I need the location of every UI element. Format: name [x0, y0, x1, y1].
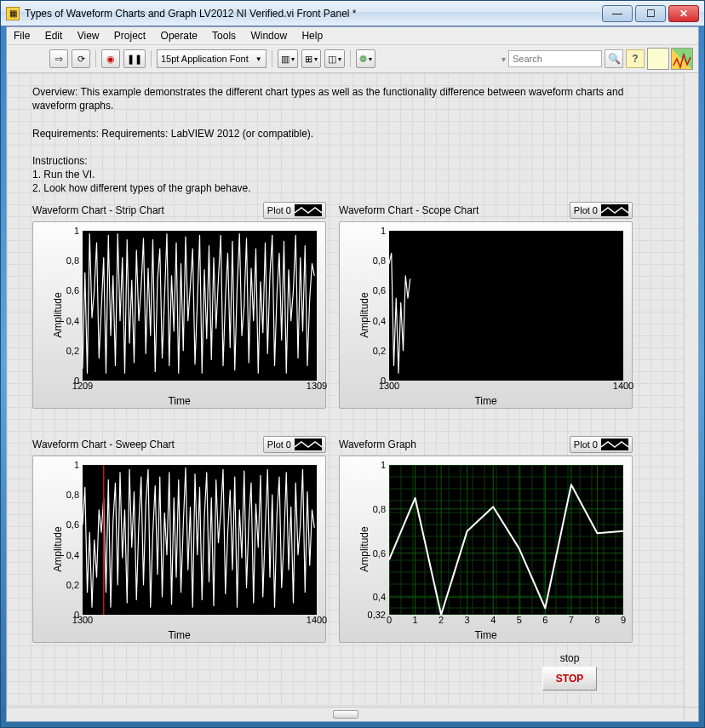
- resize-grip[interactable]: [684, 707, 698, 721]
- x-axis-label: Time: [340, 395, 632, 407]
- menu-bar[interactable]: File Edit View Project Operate Tools Win…: [7, 27, 698, 45]
- search-go-button[interactable]: 🔍: [605, 49, 623, 68]
- plot-box: Amplitude 0,320,40,60,81 0123456789 Time: [339, 456, 633, 643]
- chart-strip: Waveform Chart - Strip Chart Plot 0 Ampl…: [32, 201, 326, 409]
- front-panel-canvas[interactable]: Overview: This example demonstrates the …: [7, 73, 698, 721]
- horizontal-scrollbar[interactable]: [7, 707, 684, 721]
- menu-view[interactable]: View: [77, 30, 100, 42]
- legend-swatch: [601, 204, 628, 216]
- reorder-button[interactable]: ❁▾: [356, 49, 375, 68]
- x-ticks: 13001400: [83, 615, 317, 627]
- overview-text: Overview: This example demonstrates the …: [32, 85, 645, 112]
- titlebar[interactable]: ▦ Types of Waveform Charts and Graph LV2…: [1, 1, 704, 26]
- chart-title: Waveform Chart - Sweep Chart: [32, 439, 175, 450]
- window-title: Types of Waveform Charts and Graph LV201…: [25, 8, 602, 20]
- stop-group: stop STOP: [540, 652, 599, 691]
- chart-graph: Waveform Graph Plot 0 Amplitude 0,320,40…: [339, 435, 633, 643]
- loop-arrows-icon: ⟳: [77, 54, 85, 65]
- run-arrow-icon: ⇨: [55, 54, 63, 65]
- help-button[interactable]: ?: [626, 49, 645, 68]
- x-axis-label: Time: [33, 395, 325, 407]
- chart-title: Waveform Graph: [339, 439, 416, 450]
- menu-operate[interactable]: Operate: [161, 30, 198, 42]
- align-button[interactable]: ▥▾: [278, 49, 298, 68]
- plot-box: Amplitude 00,20,40,60,81 13001400 Time: [32, 456, 326, 643]
- stop-label: stop: [540, 652, 599, 664]
- legend[interactable]: Plot 0: [570, 202, 633, 219]
- y-ticks: 00,20,40,60,81: [365, 231, 387, 381]
- plot-area: [389, 465, 623, 615]
- chart-title: Waveform Chart - Strip Chart: [32, 204, 164, 216]
- legend-label: Plot 0: [267, 205, 291, 215]
- legend-swatch: [295, 439, 322, 450]
- run-button[interactable]: ⇨: [49, 49, 68, 68]
- search-dropdown-icon[interactable]: ▾: [502, 54, 506, 64]
- x-axis-label: Time: [340, 629, 632, 641]
- question-icon: ?: [632, 53, 638, 65]
- pause-icon: ❚❚: [127, 54, 142, 65]
- chart-scope: Waveform Chart - Scope Chart Plot 0 Ampl…: [339, 201, 633, 409]
- x-axis-label: Time: [33, 629, 325, 641]
- menu-file[interactable]: File: [14, 30, 30, 42]
- plot-box: Amplitude 00,20,40,60,81 12091309 Time: [32, 221, 326, 409]
- maximize-button[interactable]: ☐: [635, 5, 666, 22]
- plot-box: Amplitude 00,20,40,60,81 13001400 Time: [339, 221, 633, 409]
- menu-help[interactable]: Help: [301, 30, 323, 42]
- x-ticks: 13001400: [389, 381, 623, 393]
- gear-icon: ❁: [359, 54, 367, 65]
- menu-tools[interactable]: Tools: [212, 30, 236, 42]
- x-ticks: 12091309: [83, 381, 317, 393]
- legend-swatch: [295, 204, 322, 216]
- chart-sweep: Waveform Chart - Sweep Chart Plot 0 Ampl…: [32, 435, 326, 643]
- stop-circle-icon: ◉: [106, 54, 115, 65]
- legend[interactable]: Plot 0: [570, 436, 633, 453]
- legend-label: Plot 0: [574, 439, 598, 450]
- app-icon: ▦: [6, 7, 20, 20]
- menu-edit[interactable]: Edit: [45, 30, 63, 42]
- description-block: Overview: This example demonstrates the …: [32, 85, 645, 196]
- vertical-scrollbar[interactable]: [684, 73, 698, 707]
- window-frame: ▦ Types of Waveform Charts and Graph LV2…: [0, 0, 705, 728]
- chart-title: Waveform Chart - Scope Chart: [339, 204, 479, 216]
- legend-swatch: [601, 439, 628, 450]
- vi-icon[interactable]: [671, 48, 693, 70]
- plot-area: [389, 231, 623, 381]
- y-ticks: 0,320,40,60,81: [365, 465, 387, 615]
- resize-button[interactable]: ◫▾: [324, 49, 345, 68]
- legend-label: Plot 0: [267, 439, 291, 450]
- menu-project[interactable]: Project: [114, 30, 146, 42]
- connector-pane-icon[interactable]: [647, 48, 669, 70]
- instruction-1: 1. Run the VI.: [32, 168, 645, 181]
- run-continuous-button[interactable]: ⟳: [72, 49, 90, 68]
- instructions-header: Instructions:: [32, 154, 645, 168]
- font-selector-label: 15pt Application Font: [161, 54, 249, 64]
- x-ticks: 0123456789: [389, 615, 623, 627]
- y-ticks: 00,20,40,60,81: [59, 231, 81, 381]
- menu-window[interactable]: Window: [250, 30, 287, 42]
- font-selector[interactable]: 15pt Application Font ▼: [157, 49, 267, 68]
- search-input[interactable]: [508, 50, 602, 67]
- close-button[interactable]: ✕: [668, 5, 699, 22]
- plot-area: [83, 231, 317, 381]
- minimize-button[interactable]: —: [602, 5, 633, 22]
- chevron-down-icon: ▼: [255, 55, 262, 63]
- legend[interactable]: Plot 0: [263, 436, 326, 453]
- stop-button[interactable]: STOP: [542, 667, 597, 691]
- requirements-text: Requirements: Requirements: LabVIEW 2012…: [32, 127, 645, 140]
- plot-area: [83, 465, 317, 615]
- search-icon: 🔍: [608, 53, 621, 65]
- pause-button[interactable]: ❚❚: [123, 49, 146, 68]
- legend[interactable]: Plot 0: [263, 202, 326, 219]
- distribute-button[interactable]: ⊞▾: [301, 49, 321, 68]
- toolbar: ⇨ ⟳ ◉ ❚❚ 15pt Application Font ▼ ▥▾ ⊞▾ ◫…: [7, 45, 698, 73]
- y-ticks: 00,20,40,60,81: [59, 465, 81, 615]
- abort-button[interactable]: ◉: [101, 49, 120, 68]
- instruction-2: 2. Look how different types of the graph…: [32, 181, 645, 195]
- legend-label: Plot 0: [574, 205, 598, 215]
